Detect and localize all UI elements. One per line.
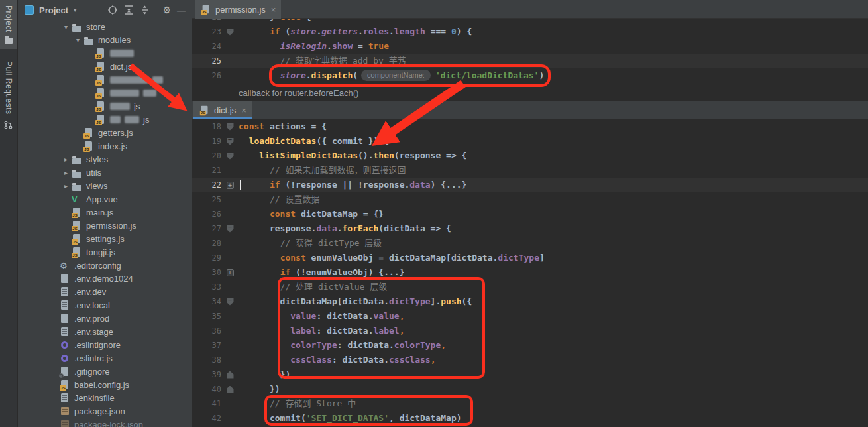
tree-item-.env.dev[interactable]: .env.dev [18, 285, 192, 298]
tree-item-App.vue[interactable]: VApp.vue [18, 192, 192, 206]
gear-icon[interactable]: ⚙ [162, 5, 171, 15]
tree-item-redacted[interactable]: JS [18, 86, 192, 99]
code-line-24[interactable]: 24 isRelogin.show = true [192, 39, 868, 54]
tree-item-redacted[interactable]: JS [18, 73, 192, 86]
tree-item-redacted[interactable]: JS [18, 46, 192, 60]
line-number[interactable]: 22 [192, 178, 221, 192]
code-line-27[interactable]: 27 response.data.forEach(dictData => { [192, 221, 868, 236]
line-number[interactable]: 27 [192, 221, 221, 236]
tree-item-redacted[interactable]: JSjs [18, 113, 192, 126]
line-number[interactable]: 33 [192, 280, 221, 294]
close-icon[interactable]: × [271, 5, 276, 15]
line-number[interactable]: 21 [192, 163, 221, 178]
line-number[interactable]: 37 [192, 338, 221, 353]
fold-marker-open[interactable] [227, 123, 234, 131]
code-line-26[interactable]: 26 const dictDataMap = {} [192, 207, 868, 221]
code-line-23[interactable]: 23 if (store.getters.roles.length === 0)… [192, 25, 868, 39]
tree-item-babel.config.js[interactable]: JSbabel.config.js [18, 378, 192, 391]
project-panel-title[interactable]: Project [39, 5, 68, 15]
fold-marker-end[interactable] [227, 386, 234, 393]
fold-marker-open[interactable] [227, 152, 234, 160]
line-number[interactable]: 19 [192, 134, 221, 149]
editor-permission-js[interactable]: 22 } else {23 if (store.getters.roles.le… [192, 19, 868, 86]
code-line-38[interactable]: 38 cssClass: dictData.cssClass, [192, 353, 868, 367]
code-line-25[interactable]: 25 // 获取字典数据 add by 芋艿 [192, 54, 868, 68]
line-number[interactable]: 26 [192, 68, 221, 83]
fold-marker-open[interactable] [227, 298, 234, 306]
line-number[interactable]: 23 [192, 25, 221, 39]
fold-marker-open[interactable] [227, 29, 234, 36]
line-number[interactable]: 34 [192, 294, 221, 309]
code-line-20[interactable]: 20 listSimpleDictDatas().then(response =… [192, 149, 868, 163]
line-number[interactable]: 20 [192, 149, 221, 163]
line-number[interactable]: 25 [192, 54, 221, 68]
tree-item-settings.js[interactable]: JSsettings.js [18, 232, 192, 245]
tree-chevron-icon[interactable]: ▸ [60, 169, 72, 176]
line-number[interactable]: 30 [192, 265, 221, 280]
code-line-18[interactable]: 18const actions = { [192, 119, 868, 134]
line-number[interactable]: 35 [192, 309, 221, 324]
tree-item-getters.js[interactable]: JSgetters.js [18, 126, 192, 139]
fold-marker-end[interactable] [227, 371, 234, 379]
code-line-22[interactable]: 22 } else { [192, 19, 868, 25]
tree-item-redacted[interactable]: JSjs [18, 99, 192, 113]
locate-icon[interactable] [107, 5, 118, 15]
tree-chevron-icon[interactable]: ▸ [60, 156, 72, 163]
line-number[interactable]: 40 [192, 382, 221, 396]
fold-marker-closed[interactable] [227, 269, 234, 276]
code-line-22[interactable]: 22 if (!response || !response.data) {...… [192, 178, 868, 192]
tool-tab-project[interactable]: Project [0, 0, 17, 49]
code-line-36[interactable]: 36 label: dictData.label, [192, 324, 868, 338]
tree-item-tongji.js[interactable]: JStongji.js [18, 245, 192, 259]
tree-item-.gitignore[interactable]: .gitignore [18, 365, 192, 378]
line-number[interactable]: 26 [192, 207, 221, 221]
code-line-33[interactable]: 33 // 处理 dictValue 层级 [192, 280, 868, 294]
line-number[interactable]: 24 [192, 39, 221, 54]
fold-marker-closed[interactable] [227, 182, 234, 189]
chevron-down-icon[interactable]: ▾ [74, 7, 77, 13]
code-line-37[interactable]: 37 colorType: dictData.colorType, [192, 338, 868, 353]
line-number[interactable]: 25 [192, 192, 221, 207]
expand-all-icon[interactable] [124, 5, 134, 15]
line-number[interactable]: 39 [192, 367, 221, 382]
tree-item-.eslintignore[interactable]: .eslintignore [18, 338, 192, 351]
tree-chevron-icon[interactable]: ▾ [60, 23, 72, 30]
code-line-30[interactable]: 30 if (!enumValueObj) {...} [192, 265, 868, 280]
code-line-21[interactable]: 21 // 如果未加载到数据，则直接返回 [192, 163, 868, 178]
tool-tab-pull-requests[interactable]: Pull Requests [0, 56, 17, 135]
tree-item-modules[interactable]: ▾modules [18, 33, 192, 46]
code-line-40[interactable]: 40 }) [192, 382, 868, 396]
tree-item-.env.stage[interactable]: .env.stage [18, 325, 192, 338]
line-number[interactable]: 18 [192, 119, 221, 134]
code-line-19[interactable]: 19 loadDictDatas({ commit }) { [192, 134, 868, 149]
editor-dict-js[interactable]: 18const actions = {19 loadDictDatas({ co… [192, 119, 868, 427]
code-line-34[interactable]: 34 dictDataMap[dictData.dictType].push({ [192, 294, 868, 309]
tab-permission-js[interactable]: JS permission.js × [195, 0, 281, 19]
line-number[interactable]: 42 [192, 411, 221, 426]
code-line-25[interactable]: 25 // 设置数据 [192, 192, 868, 207]
code-line-39[interactable]: 39 }) [192, 367, 868, 382]
collapse-all-icon[interactable] [140, 5, 150, 15]
code-line-41[interactable]: 41 // 存储到 Store 中 [192, 396, 868, 411]
tree-item-package.json[interactable]: package.json [18, 404, 192, 418]
code-line-28[interactable]: 28 // 获得 dictType 层级 [192, 236, 868, 251]
line-number[interactable]: 29 [192, 251, 221, 265]
tree-item-.env.local[interactable]: .env.local [18, 298, 192, 312]
tree-item-Jenkinsfile[interactable]: Jenkinsfile [18, 391, 192, 404]
line-number[interactable]: 22 [192, 19, 221, 25]
tree-item-permission.js[interactable]: JSpermission.js [18, 219, 192, 232]
hide-panel-icon[interactable]: — [177, 5, 186, 15]
code-line-35[interactable]: 35 value: dictData.value, [192, 309, 868, 324]
line-number[interactable]: 28 [192, 236, 221, 251]
fold-marker-open[interactable] [227, 225, 234, 233]
tree-item-.eslintrc.js[interactable]: .eslintrc.js [18, 351, 192, 365]
tree-item-index.js[interactable]: JSindex.js [18, 139, 192, 152]
tree-chevron-icon[interactable]: ▾ [72, 36, 83, 44]
tree-item-.editorconfig[interactable]: ⚙.editorconfig [18, 259, 192, 272]
close-icon[interactable]: × [241, 105, 246, 115]
tree-item-.env.demo1024[interactable]: .env.demo1024 [18, 272, 192, 285]
fold-marker-open[interactable] [227, 138, 234, 145]
tree-item-views[interactable]: ▸views [18, 179, 192, 192]
tree-item-package-lock.json[interactable]: package-lock.json [18, 418, 192, 427]
tree-item-.env.prod[interactable]: .env.prod [18, 312, 192, 325]
